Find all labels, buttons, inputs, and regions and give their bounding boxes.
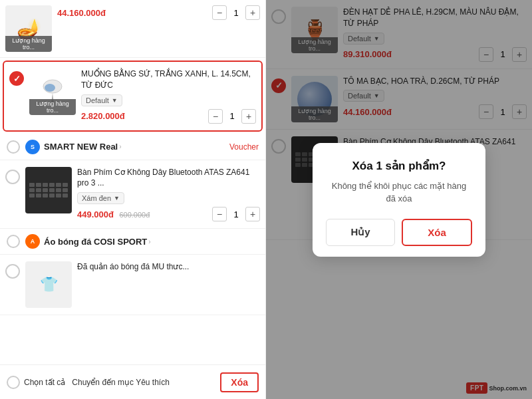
selected-item-stock-badge: Lượng hàng tro... — [29, 99, 76, 115]
select-all-label: Chọn tất cả — [24, 378, 65, 387]
smart-shop-header: S SMART NEW Real › Voucher — [0, 134, 265, 160]
ao-shop-header: A Áo bóng đá COSI SPORT › — [0, 229, 265, 255]
ao-item-checkbox[interactable] — [5, 264, 20, 279]
top-item-price: 44.160.000đ — [57, 8, 106, 18]
top-item-qty-increase[interactable]: + — [245, 5, 260, 20]
top-item-info: 44.160.000đ − 1 + — [57, 5, 260, 20]
keyboard-item-original-price: 600.000đ — [119, 211, 150, 219]
top-item-qty-control[interactable]: − 1 + — [212, 5, 260, 20]
selected-item-checkbox[interactable] — [9, 71, 24, 86]
selected-item-qty-control[interactable]: − 1 + — [208, 109, 256, 124]
top-item-qty-value: 1 — [231, 8, 241, 18]
top-item-stock-badge: Lượng hàng tro... — [5, 36, 52, 52]
selected-item-name: MUỔNG BẰNG SỨ, TRẮNG XANH, L. 14.5CM, TỪ… — [81, 68, 256, 91]
keyboard-item-price-row: 449.000đ 600.000đ − 1 + — [77, 207, 260, 221]
ao-shop-name[interactable]: Áo bóng đá COSI SPORT — [44, 237, 147, 247]
ao-item-placeholder: 👕 — [25, 261, 72, 308]
keyboard-item-variant[interactable]: Xám đen ▼ — [77, 192, 124, 204]
right-panel: 🏺 Lượng hàng tro... ĐÈN HẠT DẺ PHA LÊ, H… — [266, 0, 532, 399]
ao-item-name: Đã quản áo bóng đá MU thưc... — [77, 261, 260, 273]
modal-delete-button[interactable]: Xóa — [402, 219, 472, 246]
selected-cart-item: Lượng hàng tro... MUỔNG BẰNG SỨ, TRẮNG X… — [3, 61, 263, 132]
delete-modal: Xóa 1 sản phẩm? Không thể khôi phục các … — [313, 143, 485, 257]
voucher-label[interactable]: Voucher — [229, 142, 259, 152]
ao-shop-logo: A — [25, 234, 40, 249]
selected-item-price: 2.820.000đ — [81, 111, 125, 121]
selected-item-variant[interactable]: Default ▼ — [81, 94, 122, 106]
select-all-control[interactable]: Chọn tất cả — [7, 376, 65, 389]
smart-shop-arrow: › — [119, 143, 121, 150]
keyboard-item-name: Bàn Phím Cơ Không Dây Bluetooth ATAS ZA6… — [77, 167, 260, 190]
keyboard-cart-item: Bàn Phím Cơ Không Dây Bluetooth ATAS ZA6… — [0, 160, 265, 229]
keyboard-item-qty-increase[interactable]: + — [245, 207, 260, 221]
selected-item-image: Lượng hàng tro... — [29, 68, 76, 115]
delete-button[interactable]: Xóa — [220, 372, 259, 392]
top-item-price-row: 44.160.000đ − 1 + — [57, 5, 260, 20]
selected-item-price-row: 2.820.000đ − 1 + — [81, 109, 256, 124]
smart-shop-name[interactable]: SMART NEW Real — [44, 142, 118, 152]
keyboard-variant-chevron: ▼ — [114, 195, 120, 201]
keyboard-item-image — [25, 167, 72, 213]
variant-chevron-icon: ▼ — [112, 97, 118, 104]
select-all-checkbox[interactable] — [7, 376, 20, 389]
svg-point-1 — [45, 84, 55, 92]
selected-item-qty-increase[interactable]: + — [241, 109, 256, 124]
left-scroll-area[interactable]: 🪔 Lượng hàng tro... 44.160.000đ − 1 + — [0, 0, 265, 399]
top-item-row: 🪔 Lượng hàng tro... 44.160.000đ − 1 + — [0, 0, 265, 58]
top-item-image: 🪔 Lượng hàng tro... — [5, 5, 52, 52]
keyboard-item-qty-value: 1 — [231, 209, 241, 219]
ao-item-info: Đã quản áo bóng đá MU thưc... — [77, 261, 260, 275]
delete-modal-overlay[interactable]: Xóa 1 sản phẩm? Không thể khôi phục các … — [266, 0, 532, 399]
left-bottom-bar: Chọn tất cả Chuyển đến mục Yêu thích Xóa — [0, 364, 265, 399]
keyboard-item-info: Bàn Phím Cơ Không Dây Bluetooth ATAS ZA6… — [77, 167, 260, 222]
ao-cart-item: 👕 Đã quản áo bóng đá MU thưc... — [0, 255, 265, 315]
keyboard-item-checkbox[interactable] — [5, 170, 20, 184]
keyboard-keys — [29, 183, 68, 198]
left-panel: 🪔 Lượng hàng tro... 44.160.000đ − 1 + — [0, 0, 266, 399]
smart-shop-logo: S — [25, 140, 40, 154]
ao-shop-checkbox[interactable] — [7, 235, 20, 248]
modal-title: Xóa 1 sản phẩm? — [326, 159, 472, 173]
keyboard-icon — [25, 167, 72, 213]
modal-cancel-button[interactable]: Hủy — [326, 219, 395, 246]
keyboard-item-price: 449.000đ — [77, 209, 114, 219]
selected-item-info: MUỔNG BẰNG SỨ, TRẮNG XANH, L. 14.5CM, TỪ… — [81, 68, 256, 124]
smart-shop-checkbox[interactable] — [7, 140, 20, 154]
favorite-link[interactable]: Chuyển đến mục Yêu thích — [72, 378, 213, 387]
top-item-qty-decrease[interactable]: − — [212, 5, 227, 20]
ao-shop-arrow: › — [148, 238, 150, 245]
selected-item-qty-decrease[interactable]: − — [208, 109, 223, 124]
ao-item-image: 👕 — [25, 261, 72, 308]
keyboard-price-group: 449.000đ 600.000đ — [77, 208, 150, 220]
keyboard-item-qty-control[interactable]: − 1 + — [212, 207, 260, 221]
modal-description: Không thể khôi phục các mặt hàng đã xóa — [326, 180, 472, 205]
selected-item-qty-value: 1 — [227, 111, 237, 121]
modal-buttons: Hủy Xóa — [326, 219, 472, 246]
keyboard-item-qty-decrease[interactable]: − — [212, 207, 227, 221]
